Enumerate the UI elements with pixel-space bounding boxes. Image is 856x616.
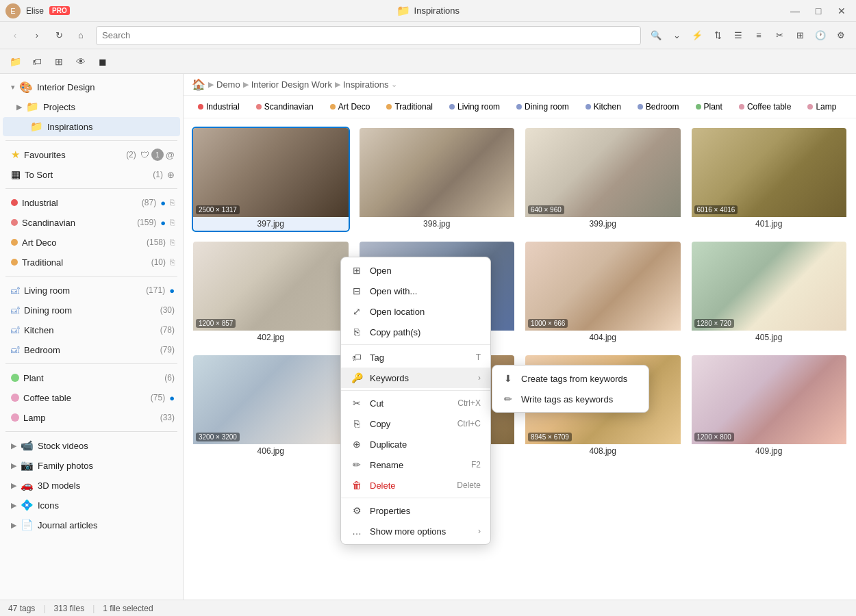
menu-divider [341, 390, 490, 391]
tag-chip-kitchen[interactable]: Kitchen [579, 100, 627, 114]
image-name: 406.jpg [255, 444, 287, 458]
tag-chip-dot-icon [516, 104, 522, 110]
list-button[interactable]: ☰ [729, 26, 748, 45]
room-icon: 🛋 [11, 325, 20, 335]
scissors-icon-button[interactable]: ✂ [770, 26, 789, 45]
image-cell[interactable]: 6016 × 4016 401.jpg [690, 127, 848, 232]
tag-chip-coffee-table[interactable]: Coffee table [733, 100, 798, 114]
menu-item-duplicate[interactable]: ⊕ Duplicate [341, 434, 490, 454]
home-icon[interactable]: 🏠 [192, 78, 205, 91]
search-icon-button[interactable]: 🔍 [646, 26, 666, 45]
image-cell[interactable]: 1000 × 666 404.jpg [524, 240, 682, 346]
sidebar-item-tag-traditional[interactable]: Traditional (10) ⎘ [3, 253, 180, 272]
home-button[interactable]: ⌂ [71, 26, 90, 45]
sidebar-item-room-bedroom[interactable]: 🛋 Bedroom (79) [3, 340, 180, 359]
menu-item-keywords[interactable]: 🔑 Keywords › ⬇ Create tags from keywords… [341, 368, 490, 388]
breadcrumb-inspirations[interactable]: Inspirations [343, 79, 388, 90]
menu-item-label: Cut [370, 398, 451, 409]
image-cell[interactable]: 1280 × 720 405.jpg [690, 240, 848, 346]
menu-item-open-with[interactable]: ⊟ Open with... [341, 281, 490, 301]
tag-chip-dot-icon [586, 104, 591, 110]
search-input[interactable] [102, 30, 635, 40]
tag-button[interactable]: 🏷 [27, 52, 47, 71]
settings-button[interactable]: ⚙ [831, 26, 851, 45]
sidebar-item-inspirations[interactable]: 📁 Inspirations [3, 117, 180, 136]
flash-button[interactable]: ⚡ [688, 26, 707, 45]
menu-item-copy[interactable]: ⎘ Copy Ctrl+C [341, 413, 490, 434]
tag-chip-art-deco[interactable]: Art Deco [324, 100, 377, 114]
sidebar-item-room-dining-room[interactable]: 🛋 Dining room (30) [3, 300, 180, 320]
menu-item-rename[interactable]: ✏ Rename F2 [341, 454, 490, 475]
new-folder-button[interactable]: 📁 [5, 52, 25, 71]
sort-button[interactable]: ⇅ [708, 26, 727, 45]
forward-button[interactable]: › [27, 26, 47, 45]
menu-item-icon: ⊕ [351, 439, 363, 450]
tag-chip-traditional[interactable]: Traditional [380, 100, 439, 114]
panel-button[interactable]: ⊞ [790, 26, 809, 45]
image-cell[interactable]: 1200 × 857 402.jpg [192, 240, 350, 346]
submenu-item-create-tags-from-keywords[interactable]: ⬇ Create tags from keywords [492, 368, 649, 389]
menu-item-open[interactable]: ⊞ Open [341, 260, 490, 281]
refresh-button[interactable]: ↻ [49, 26, 68, 45]
maximize-button[interactable]: □ [809, 2, 827, 20]
sidebar-item-tag-industrial[interactable]: Industrial (87) ● ⎘ [3, 193, 180, 212]
image-cell[interactable]: 2500 × 1317 397.jpg [192, 127, 350, 232]
sidebar-item-interior-design[interactable]: ▾ 🎨 Interior Design [3, 77, 180, 97]
image-cell[interactable]: 1200 × 800 409.jpg [690, 354, 848, 459]
tag-chip-plant[interactable]: Plant [690, 100, 729, 114]
tag-chip-scandinavian[interactable]: Scandinavian [250, 100, 320, 114]
tag-chip-living-room[interactable]: Living room [443, 100, 506, 114]
image-dimensions: 8945 × 6709 [528, 433, 572, 441]
minimize-button[interactable]: — [786, 2, 804, 20]
breadcrumb-demo[interactable]: Demo [216, 79, 240, 90]
menu-item-copy-path(s)[interactable]: ⎘ Copy path(s) [341, 322, 490, 342]
back-button[interactable]: ‹ [5, 26, 25, 45]
preview-button[interactable]: 👁 [71, 52, 90, 71]
tag-chip-bedroom[interactable]: Bedroom [631, 100, 685, 114]
menu-item-show-more-options[interactable]: … Show more options › [341, 521, 490, 541]
menu-item-properties[interactable]: ⚙ Properties [341, 500, 490, 521]
tag-chip-dining-room[interactable]: Dining room [510, 100, 575, 114]
close-button[interactable]: ✕ [833, 2, 851, 20]
sidebar-item-journal-articles[interactable]: ▶ 📄 Journal articles [3, 515, 180, 535]
history-button[interactable]: 🕐 [811, 26, 830, 45]
sidebar-item-room-living-room[interactable]: 🛋 Living room (171) ● [3, 281, 180, 300]
sidebar-item-obj-lamp[interactable]: Lamp (33) [3, 408, 180, 427]
divider-4 [5, 363, 177, 364]
sidebar-item-3d-models[interactable]: ▶ 🚗 3D models [3, 476, 180, 495]
menu-item-tag[interactable]: 🏷 Tag T [341, 347, 490, 368]
obj-label: Plant [23, 373, 160, 383]
dropdown-button[interactable]: ⌄ [667, 26, 686, 45]
split-view-button[interactable]: ⊞ [49, 52, 68, 71]
image-cell[interactable]: 640 × 960 399.jpg [524, 127, 682, 232]
sidebar-item-room-kitchen[interactable]: 🛋 Kitchen (78) [3, 320, 180, 339]
sidebar-item-tag-scandinavian[interactable]: Scandinavian (159) ● ⎘ [3, 213, 180, 232]
submenu-item-write-tags-as-keywords[interactable]: ✏ Write tags as keywords [492, 389, 649, 409]
image-cell[interactable]: 398.jpg [358, 127, 516, 232]
tag-chip-industrial[interactable]: Industrial [192, 100, 246, 114]
menu-item-cut[interactable]: ✂ Cut Ctrl+X [341, 393, 490, 413]
room-label: Dining room [24, 305, 156, 316]
item-icon: 💠 [21, 499, 34, 511]
select-button[interactable]: ◼ [93, 52, 112, 71]
breadcrumb-interior[interactable]: Interior Design Work [251, 79, 332, 90]
menu-item-open-location[interactable]: ⤢ Open location [341, 301, 490, 322]
sidebar-item-family-photos[interactable]: ▶ 📷 Family photos [3, 456, 180, 475]
sidebar-item-favourites[interactable]: ★ Favourites (2) 🛡 1 @ [3, 145, 180, 164]
menu-item-delete[interactable]: 🗑 Delete Delete [341, 475, 490, 496]
sidebar-item-obj-plant[interactable]: Plant (6) [3, 368, 180, 387]
sidebar-item-stock-videos[interactable]: ▶ 📹 Stock videos [3, 436, 180, 455]
sidebar-item-to-sort[interactable]: ▦ To Sort (1) ⊕ [3, 165, 180, 184]
image-cell[interactable]: 3200 × 3200 406.jpg [192, 354, 350, 459]
tag-chip-lamp[interactable]: Lamp [801, 100, 842, 114]
image-thumbnail: 640 × 960 [525, 128, 681, 217]
sidebar-item-icons[interactable]: ▶ 💠 Icons [3, 496, 180, 515]
menu-button[interactable]: ≡ [749, 26, 768, 45]
sidebar-item-projects[interactable]: ▶ 📁 Projects [3, 97, 180, 116]
sidebar-item-obj-coffee-table[interactable]: Coffee table (75) ● [3, 388, 180, 407]
content-area: 🏠 ▶ Demo ▶ Interior Design Work ▶ Inspir… [184, 74, 856, 600]
image-thumbnail: 1000 × 666 [525, 242, 681, 331]
obj-count: (33) [160, 413, 175, 422]
room-count: (30) [160, 305, 175, 315]
sidebar-item-tag-art-deco[interactable]: Art Deco (158) ⎘ [3, 233, 180, 252]
